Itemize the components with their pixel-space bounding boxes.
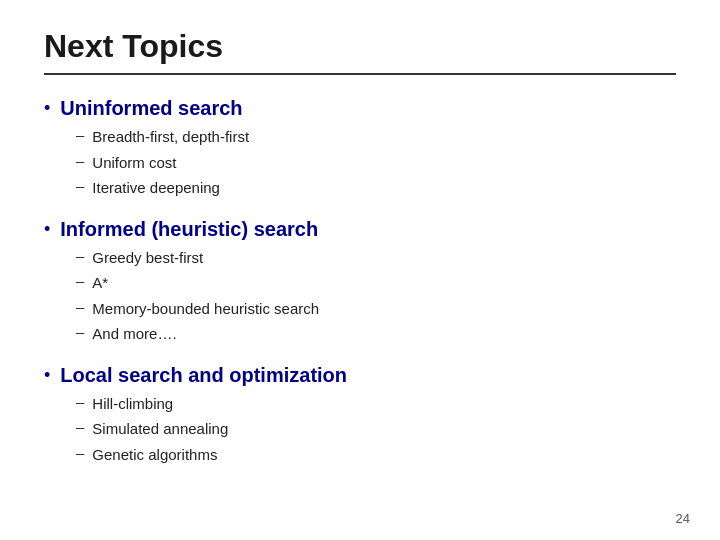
sub-text: Hill-climbing (92, 393, 173, 416)
sub-items-informed: – Greedy best-first – A* – Memory-bounde… (76, 247, 676, 346)
bullet-item-uninformed: • Uninformed search (44, 97, 676, 120)
sub-items-local: – Hill-climbing – Simulated annealing – … (76, 393, 676, 467)
dash-icon: – (76, 177, 84, 194)
dash-icon: – (76, 247, 84, 264)
dash-icon: – (76, 444, 84, 461)
dash-icon: – (76, 323, 84, 340)
bullet-label-uninformed: Uninformed search (60, 97, 242, 120)
sub-text: Genetic algorithms (92, 444, 217, 467)
sub-text: A* (92, 272, 108, 295)
list-item: – Hill-climbing (76, 393, 676, 416)
sub-text: Memory-bounded heuristic search (92, 298, 319, 321)
sub-text: Greedy best-first (92, 247, 203, 270)
bullet-dot-2: • (44, 219, 50, 240)
dash-icon: – (76, 298, 84, 315)
dash-icon: – (76, 393, 84, 410)
sub-items-uninformed: – Breadth-first, depth-first – Uniform c… (76, 126, 676, 200)
list-item: – Simulated annealing (76, 418, 676, 441)
section-local: • Local search and optimization – Hill-c… (44, 364, 676, 467)
page-title: Next Topics (44, 28, 676, 65)
list-item: – Greedy best-first (76, 247, 676, 270)
bullet-label-local: Local search and optimization (60, 364, 347, 387)
list-item: – Memory-bounded heuristic search (76, 298, 676, 321)
slide: Next Topics • Uninformed search – Breadt… (0, 0, 720, 540)
bullet-dot-1: • (44, 98, 50, 119)
dash-icon: – (76, 126, 84, 143)
sub-text: And more…. (92, 323, 176, 346)
list-item: – Iterative deepening (76, 177, 676, 200)
list-item: – A* (76, 272, 676, 295)
bullet-item-local: • Local search and optimization (44, 364, 676, 387)
sub-text: Uniform cost (92, 152, 176, 175)
bullet-dot-3: • (44, 365, 50, 386)
bullet-label-informed: Informed (heuristic) search (60, 218, 318, 241)
dash-icon: – (76, 272, 84, 289)
sub-text: Iterative deepening (92, 177, 220, 200)
dash-icon: – (76, 152, 84, 169)
list-item: – Breadth-first, depth-first (76, 126, 676, 149)
sub-text: Breadth-first, depth-first (92, 126, 249, 149)
dash-icon: – (76, 418, 84, 435)
section-informed: • Informed (heuristic) search – Greedy b… (44, 218, 676, 346)
section-uninformed: • Uninformed search – Breadth-first, dep… (44, 97, 676, 200)
list-item: – Genetic algorithms (76, 444, 676, 467)
page-number: 24 (676, 511, 690, 526)
list-item: – Uniform cost (76, 152, 676, 175)
bullet-item-informed: • Informed (heuristic) search (44, 218, 676, 241)
list-item: – And more…. (76, 323, 676, 346)
title-divider (44, 73, 676, 75)
sub-text: Simulated annealing (92, 418, 228, 441)
